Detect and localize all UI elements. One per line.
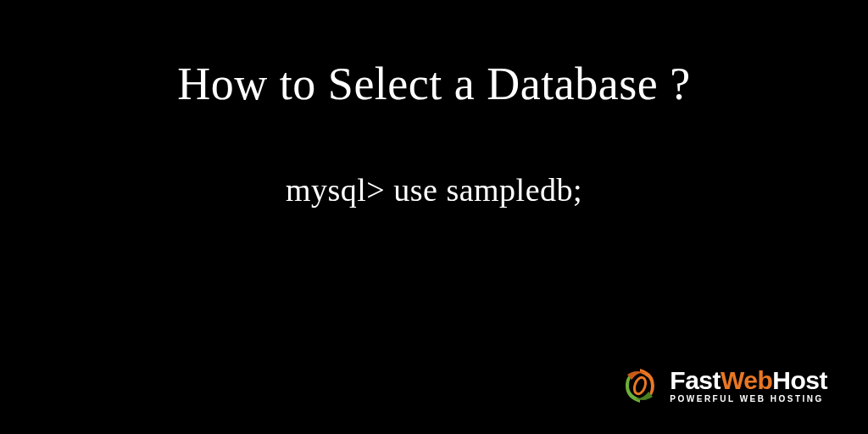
brand-part-fast: Fast <box>670 366 721 394</box>
mysql-command: mysql> use sampledb; <box>0 171 868 209</box>
swirl-icon <box>619 364 661 407</box>
brand-part-web: Web <box>721 366 772 394</box>
brand-name: FastWebHost <box>670 368 827 393</box>
brand-text: FastWebHost POWERFUL WEB HOSTING <box>670 368 827 403</box>
brand-part-host: Host <box>772 366 827 394</box>
brand-logo: FastWebHost POWERFUL WEB HOSTING <box>619 364 827 407</box>
page-title: How to Select a Database ? <box>0 0 868 110</box>
svg-point-0 <box>632 376 648 396</box>
brand-tagline: POWERFUL WEB HOSTING <box>670 395 827 403</box>
